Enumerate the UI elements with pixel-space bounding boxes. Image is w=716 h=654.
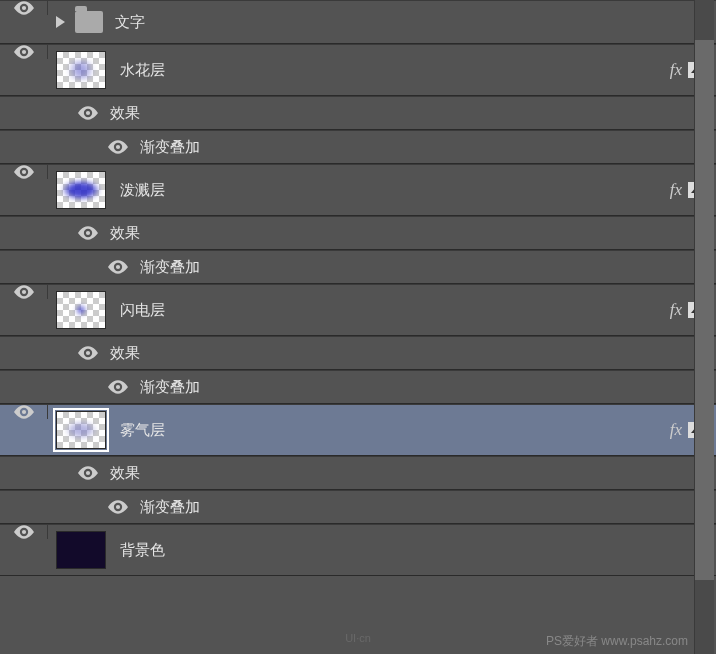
layer-name[interactable]: 水花层 <box>120 61 670 80</box>
eye-icon[interactable] <box>108 500 128 514</box>
eye-icon[interactable] <box>78 466 98 480</box>
effect-item-label: 渐变叠加 <box>140 498 200 517</box>
svg-point-6 <box>116 265 120 269</box>
fx-badge: fx <box>670 420 682 440</box>
watermark-ps: PS爱好者 www.psahz.com <box>546 633 688 650</box>
effects-label: 效果 <box>110 344 140 363</box>
eye-icon <box>14 525 34 539</box>
layer-thumbnail[interactable] <box>56 51 106 89</box>
layer-group-row[interactable]: 文字 <box>0 0 716 44</box>
layer-row-splash[interactable]: 水花层fx <box>0 44 716 96</box>
eye-icon[interactable] <box>78 346 98 360</box>
eye-icon <box>14 285 34 299</box>
layer-row-fog[interactable]: 雾气层fx <box>0 404 716 456</box>
svg-point-11 <box>86 471 90 475</box>
svg-point-8 <box>86 351 90 355</box>
watermark-ui: UI·cn <box>345 632 371 644</box>
svg-point-5 <box>86 231 90 235</box>
effect-item-row[interactable]: 渐变叠加 <box>0 370 716 404</box>
effect-item-label: 渐变叠加 <box>140 258 200 277</box>
layer-thumbnail[interactable] <box>56 411 106 449</box>
group-name[interactable]: 文字 <box>115 13 708 32</box>
scrollbar-thumb[interactable] <box>695 40 714 580</box>
effect-item-row[interactable]: 渐变叠加 <box>0 490 716 524</box>
eye-icon[interactable] <box>108 260 128 274</box>
layer-row-lightning[interactable]: 闪电层fx <box>0 284 716 336</box>
visibility-toggle[interactable] <box>0 1 48 15</box>
svg-point-1 <box>21 50 25 54</box>
effects-label: 效果 <box>110 104 140 123</box>
effects-row[interactable]: 效果 <box>0 96 716 130</box>
svg-point-10 <box>21 410 25 414</box>
svg-point-13 <box>21 530 25 534</box>
effect-item-row[interactable]: 渐变叠加 <box>0 130 716 164</box>
svg-point-7 <box>21 290 25 294</box>
layer-row-spatter[interactable]: 泼溅层fx <box>0 164 716 216</box>
layers-panel: 文字 水花层fx效果渐变叠加泼溅层fx效果渐变叠加闪电层fx效果渐变叠加雾气层f… <box>0 0 716 576</box>
visibility-toggle[interactable] <box>0 45 48 59</box>
eye-icon[interactable] <box>108 140 128 154</box>
layer-name[interactable]: 泼溅层 <box>120 181 670 200</box>
svg-point-2 <box>86 111 90 115</box>
effect-item-label: 渐变叠加 <box>140 378 200 397</box>
effect-item-label: 渐变叠加 <box>140 138 200 157</box>
effects-row[interactable]: 效果 <box>0 216 716 250</box>
svg-point-0 <box>21 6 25 10</box>
eye-icon[interactable] <box>78 226 98 240</box>
layer-thumbnail[interactable] <box>56 531 106 569</box>
layer-name[interactable]: 雾气层 <box>120 421 670 440</box>
eye-icon <box>14 165 34 179</box>
eye-icon <box>14 45 34 59</box>
visibility-toggle[interactable] <box>0 165 48 179</box>
effects-row[interactable]: 效果 <box>0 456 716 490</box>
fx-badge: fx <box>670 60 682 80</box>
visibility-toggle[interactable] <box>0 525 48 539</box>
layer-thumbnail[interactable] <box>56 291 106 329</box>
layer-name[interactable]: 背景色 <box>120 541 708 560</box>
fx-badge: fx <box>670 180 682 200</box>
svg-point-9 <box>116 385 120 389</box>
eye-icon <box>14 405 34 419</box>
expand-toggle-icon[interactable] <box>56 16 65 28</box>
svg-point-3 <box>116 145 120 149</box>
eye-icon[interactable] <box>78 106 98 120</box>
scrollbar[interactable] <box>694 0 714 654</box>
layer-row-bgcolor[interactable]: 背景色 <box>0 524 716 576</box>
svg-point-4 <box>21 170 25 174</box>
effects-label: 效果 <box>110 224 140 243</box>
effect-item-row[interactable]: 渐变叠加 <box>0 250 716 284</box>
eye-icon[interactable] <box>108 380 128 394</box>
visibility-toggle[interactable] <box>0 405 48 419</box>
svg-point-12 <box>116 505 120 509</box>
eye-icon <box>14 1 34 15</box>
visibility-toggle[interactable] <box>0 285 48 299</box>
fx-badge: fx <box>670 300 682 320</box>
layer-name[interactable]: 闪电层 <box>120 301 670 320</box>
folder-icon <box>75 11 103 33</box>
layer-thumbnail[interactable] <box>56 171 106 209</box>
effects-label: 效果 <box>110 464 140 483</box>
effects-row[interactable]: 效果 <box>0 336 716 370</box>
